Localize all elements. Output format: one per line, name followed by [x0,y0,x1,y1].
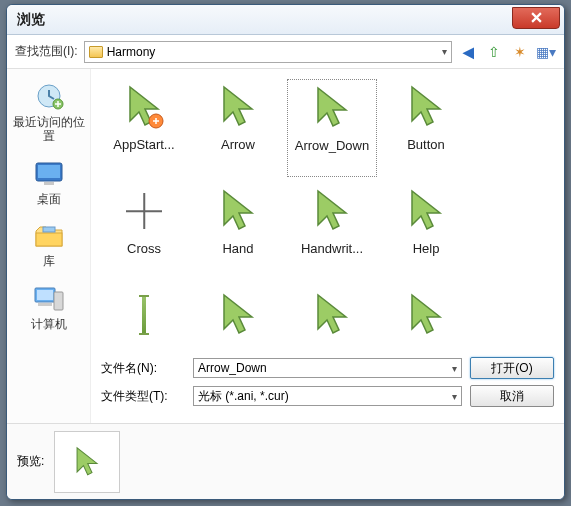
sidebar-item-desktop[interactable]: 桌面 [7,154,90,210]
ibeam-icon [142,295,146,335]
preview-box [54,431,120,493]
lookin-combo[interactable]: Harmony ▾ [84,41,452,63]
bottom-fields: 文件名(N): Arrow_Down ▾ 打开(O) 文件类型(T): 光标 (… [91,351,564,423]
lookin-label: 查找范围(I): [15,43,78,60]
desktop-icon [31,158,67,190]
close-icon [531,12,542,23]
filename-input[interactable]: Arrow_Down ▾ [193,358,462,378]
cursor-preview-icon [72,445,102,479]
file-thumb [308,291,356,339]
svg-rect-3 [38,165,60,178]
views-icon: ▦▾ [536,44,556,60]
titlebar: 浏览 [7,5,564,35]
close-button[interactable] [512,7,560,29]
file-thumb [308,84,356,132]
svg-rect-9 [54,292,63,310]
chevron-down-icon: ▾ [452,391,457,402]
cursor-icon [404,187,448,235]
filetype-combo[interactable]: 光标 (*.ani, *.cur) ▾ [193,386,462,406]
file-thumb [120,187,168,235]
file-label: Arrow_Down [288,138,376,154]
chevron-down-icon: ▾ [442,46,447,57]
preview-label: 预览: [17,453,44,470]
file-item[interactable]: Arrow_Down [287,79,377,177]
file-item[interactable] [193,287,283,351]
file-item[interactable]: Cross [99,183,189,281]
cursor-icon [216,83,260,131]
file-item[interactable]: AppStart... [99,79,189,177]
main-area: AppStart...ArrowArrow_DownButtonCrossHan… [91,69,564,423]
cross-icon [126,193,162,229]
views-button[interactable]: ▦▾ [536,42,556,62]
file-item[interactable]: Arrow [193,79,283,177]
toolbar-icons: ◀ ⇧ ✶ ▦▾ [458,42,556,62]
sidebar-item-label: 桌面 [9,192,88,206]
computer-icon [31,283,67,315]
newfolder-icon: ✶ [514,44,526,60]
toolbar: 查找范围(I): Harmony ▾ ◀ ⇧ ✶ ▦▾ [7,35,564,69]
cancel-button[interactable]: 取消 [470,385,554,407]
sidebar-item-label: 最近访问的位置 [9,115,88,144]
file-thumb [120,83,168,131]
file-item[interactable]: Help [381,183,471,281]
file-item[interactable]: Handwrit... [287,183,377,281]
up-button[interactable]: ⇧ [484,42,504,62]
filename-value: Arrow_Down [198,361,267,375]
chevron-down-icon: ▾ [452,363,457,374]
file-label: Cross [99,241,189,257]
file-label: Help [381,241,471,257]
sidebar-item-label: 库 [9,254,88,268]
cursor-icon [216,187,260,235]
file-label: Button [381,137,471,153]
svg-rect-4 [44,182,54,185]
file-thumb [402,187,450,235]
file-thumb [214,187,262,235]
file-thumb [214,83,262,131]
file-item[interactable]: Button [381,79,471,177]
cursor-icon [310,84,354,132]
open-button[interactable]: 打开(O) [470,357,554,379]
file-thumb [214,291,262,339]
svg-rect-10 [38,303,52,306]
file-thumb [120,291,168,339]
up-icon: ⇧ [488,44,500,60]
sidebar-item-recent[interactable]: 最近访问的位置 [7,77,90,148]
file-item[interactable]: Hand [193,183,283,281]
filename-label: 文件名(N): [101,360,185,377]
svg-rect-8 [37,290,53,300]
filetype-label: 文件类型(T): [101,388,185,405]
lookin-value: Harmony [107,45,156,59]
dialog-body: 最近访问的位置 桌面 库 计算机 AppSta [7,69,564,423]
sidebar-item-label: 计算机 [9,317,88,331]
file-item[interactable] [381,287,471,351]
places-sidebar: 最近访问的位置 桌面 库 计算机 [7,69,91,423]
sidebar-item-computer[interactable]: 计算机 [7,279,90,335]
cursor-icon [122,83,166,131]
file-label: Handwrit... [287,241,377,257]
file-label: Arrow [193,137,283,153]
file-thumb [402,291,450,339]
file-open-dialog: 浏览 查找范围(I): Harmony ▾ ◀ ⇧ ✶ ▦▾ 最近访问的位置 [6,4,565,500]
libraries-icon [31,220,67,252]
back-icon: ◀ [463,44,474,60]
file-thumb [402,83,450,131]
file-label: AppStart... [99,137,189,153]
cursor-icon [404,291,448,339]
cursor-icon [310,291,354,339]
cursor-icon [216,291,260,339]
back-button[interactable]: ◀ [458,42,478,62]
file-item[interactable] [99,287,189,351]
filetype-value: 光标 (*.ani, *.cur) [198,388,289,405]
recent-icon [31,81,67,113]
window-title: 浏览 [17,11,45,29]
file-label: Hand [193,241,283,257]
file-item[interactable] [287,287,377,351]
cursor-icon [404,83,448,131]
file-thumb [308,187,356,235]
preview-strip: 预览: [7,423,564,499]
file-grid: AppStart...ArrowArrow_DownButtonCrossHan… [91,69,564,351]
sidebar-item-libraries[interactable]: 库 [7,216,90,272]
svg-rect-6 [43,227,55,232]
folder-icon [89,46,103,58]
newfolder-button[interactable]: ✶ [510,42,530,62]
